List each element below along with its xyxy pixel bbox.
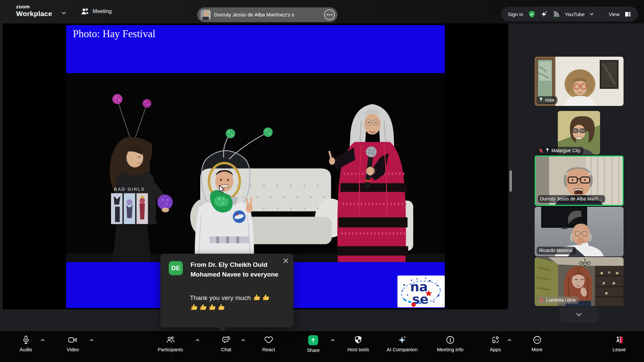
popup-tail <box>218 323 227 331</box>
shared-window-title: Durruty Jesús de Alba Martínez's s <box>214 12 294 18</box>
participant-tile-rosa[interactable]: rosa <box>535 57 624 106</box>
thumbs-up-emoji <box>209 303 216 311</box>
share-screen-icon <box>308 335 318 345</box>
security-shield-icon[interactable] <box>528 10 536 18</box>
participant-name-label: Malargue City <box>536 147 584 155</box>
participants-options-chevron[interactable] <box>195 338 200 343</box>
pin-icon <box>539 98 543 103</box>
workplace-logo-text: Workplace <box>16 10 52 17</box>
meeting-info-button[interactable]: Meeting info <box>437 335 464 352</box>
audio-options-chevron[interactable] <box>40 338 45 343</box>
more-button[interactable]: More <box>531 335 542 352</box>
shared-window-options-icon[interactable] <box>323 9 335 21</box>
chat-bubble-icon <box>221 335 231 345</box>
share-options-chevron[interactable] <box>330 338 335 343</box>
thumbs-up-emoji-row <box>253 294 271 301</box>
more-ellipsis-icon <box>532 335 542 345</box>
top-bar: zoom Workplace Meeting <box>0 0 644 23</box>
chat-message-text: Thank you very much <box>190 294 251 301</box>
thumbs-up-emoji <box>253 294 261 301</box>
participants-button[interactable]: Participants <box>158 335 183 352</box>
shared-window-avatar <box>201 10 211 20</box>
mouse-cursor <box>219 185 226 194</box>
participant-name-label: Ricardo Moreno <box>537 247 576 254</box>
chat-button[interactable]: Chat <box>221 335 231 352</box>
share-button[interactable]: Share <box>307 335 320 353</box>
topbar-right-cluster: Sign in Yo <box>501 7 638 21</box>
leave-button[interactable]: Leave <box>612 335 626 352</box>
meeting-tab-label: Meeting <box>93 8 112 14</box>
heart-icon <box>264 335 273 345</box>
participant-name-label: rosa <box>537 96 557 104</box>
ai-companion-button[interactable]: AI Companion <box>387 335 418 352</box>
participants-icon <box>166 335 175 345</box>
thumbs-up-emoji <box>262 294 270 301</box>
chat-options-chevron[interactable] <box>241 338 246 343</box>
host-tools-shield-icon <box>354 335 363 345</box>
close-icon[interactable] <box>282 257 289 264</box>
participant-tile-durruty[interactable]: Durruty Jesús de Alba Martí... <box>535 156 624 206</box>
muted-mic-icon <box>538 148 543 153</box>
meeting-toolbar: Audio Video <box>0 331 644 362</box>
video-button[interactable]: Video <box>67 335 79 352</box>
chat-notification-popup[interactable]: DE From Dr. Ely Cheikh Ould Mohamed Nave… <box>160 254 293 327</box>
photo-caption: Photo: Hay Festival <box>73 28 155 40</box>
zoom-workplace-logo: zoom Workplace <box>16 4 52 17</box>
thumbs-up-emoji <box>200 303 207 311</box>
stage-photo: BAD GIRLS HAVE MORE <box>66 73 445 262</box>
participant-tile-luminita[interactable]: Luminita Ujica <box>535 257 624 306</box>
svg-text:BAD GIRLS: BAD GIRLS <box>114 187 145 192</box>
main-area-scrollbar[interactable] <box>509 170 512 192</box>
camera-icon <box>68 335 78 345</box>
people-icon <box>80 7 89 15</box>
thumbs-up-emoji <box>218 303 225 311</box>
info-icon <box>445 335 455 345</box>
ai-companion-sparkle-icon <box>397 335 407 345</box>
apps-button[interactable]: Apps <box>490 335 501 352</box>
sign-in-button[interactable]: Sign in <box>508 11 523 17</box>
tab-meeting[interactable]: Meeting <box>80 7 112 15</box>
pin-icon <box>545 148 549 153</box>
chat-popup-message: Thank you very much <box>190 293 290 312</box>
sender-avatar: DE <box>169 261 183 275</box>
scroll-participants-down-button[interactable] <box>559 307 598 322</box>
apps-options-chevron[interactable] <box>507 338 512 343</box>
stream-service-label[interactable]: YouTube <box>565 11 585 17</box>
live-stream-icon <box>552 10 560 18</box>
workspace-chevron-down-icon[interactable] <box>61 10 66 16</box>
audio-button[interactable]: Audio <box>19 335 32 352</box>
zoom-logo-text: zoom <box>16 4 52 9</box>
muted-mic-icon <box>539 298 544 303</box>
view-layout-icon[interactable] <box>624 11 631 18</box>
leave-door-icon <box>614 335 624 345</box>
view-button[interactable]: View <box>609 11 620 17</box>
pinned-sparkle-icon[interactable] <box>540 10 548 18</box>
react-button[interactable]: React <box>262 335 275 352</box>
zoom-meeting-window: zoom Workplace Meeting <box>0 0 644 362</box>
participant-name-label: Durruty Jesús de Alba Martí... <box>538 195 605 203</box>
video-options-chevron[interactable] <box>89 338 94 343</box>
apps-icon <box>491 335 500 345</box>
thumbs-up-emoji-row <box>190 304 226 311</box>
shared-window-title-pill[interactable]: Durruty Jesús de Alba Martínez's s <box>197 7 337 22</box>
participant-tile-malargue-city[interactable]: Malargue City <box>535 107 624 155</box>
chat-popup-title: From Dr. Ely Cheikh Ould Mohamed Navee t… <box>191 260 291 280</box>
thumbs-up-emoji <box>191 303 198 311</box>
participants-panel: rosa <box>509 23 644 331</box>
stream-chevron-down-icon[interactable] <box>589 12 594 16</box>
nase-logo: na se <box>397 276 445 307</box>
host-tools-button[interactable]: Host tools <box>347 335 369 352</box>
participant-name-label: Luminita Ujica <box>537 296 579 304</box>
microphone-icon <box>21 335 31 345</box>
participant-tile-ricardo[interactable]: Ricardo Moreno <box>535 207 624 256</box>
